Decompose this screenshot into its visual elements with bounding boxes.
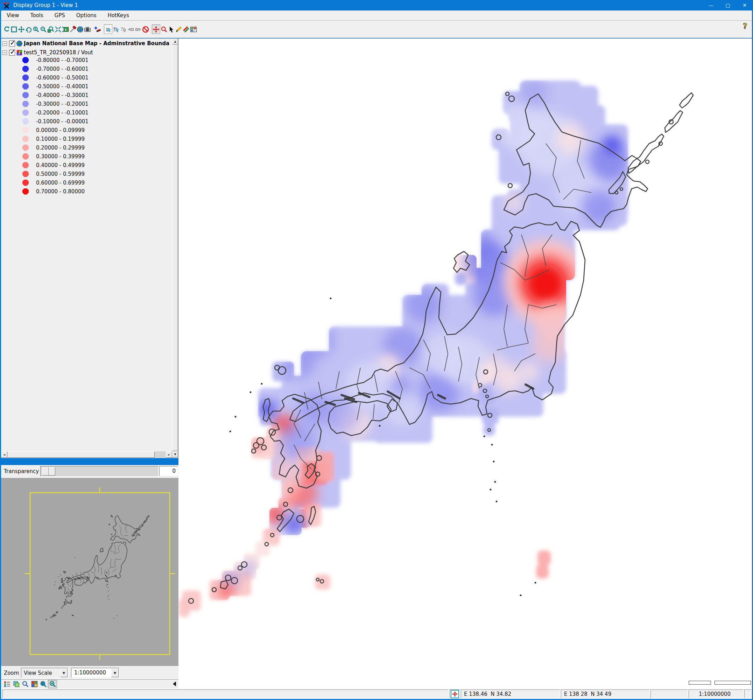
select-one-icon[interactable]: 1: [104, 25, 112, 34]
svg-text:1: 1: [106, 27, 109, 32]
layer-label: test5_TR_20250918 / Vout: [24, 49, 93, 56]
pointer-tool-icon[interactable]: [168, 25, 175, 34]
layer-nav-icon[interactable]: [62, 25, 69, 34]
zoom-box-icon[interactable]: [160, 25, 168, 34]
redraw-icon[interactable]: [3, 25, 10, 34]
legend-color-swatch: [22, 92, 29, 98]
legend-range-label: -0.60000 - -0.50001: [36, 75, 89, 81]
zoom-out-icon[interactable]: [39, 25, 47, 34]
legend-entry: 0.60000 - 0.69999: [1, 178, 169, 187]
vscroll-thumb[interactable]: [172, 45, 178, 451]
group-settings-icon[interactable]: [30, 680, 39, 688]
legend-entry: -0.40000 - -0.30001: [1, 91, 169, 100]
view-hscroll-segment[interactable]: [714, 681, 751, 684]
view-options-toolbar: [1, 679, 178, 688]
menu-item[interactable]: Tools: [25, 11, 49, 20]
legend-toggle-icon[interactable]: [2, 680, 12, 688]
legend-entry: 0.30000 - 0.39999: [1, 152, 169, 161]
transparency-row: Transparency 0: [1, 465, 178, 478]
legend-color-swatch: [22, 188, 29, 195]
menu-item[interactable]: GPS: [49, 11, 71, 20]
menu-bar: ViewToolsGPSOptionsHotKeys: [1, 11, 752, 21]
previous-element-icon[interactable]: [127, 25, 134, 34]
zoom-world-icon[interactable]: [39, 680, 48, 688]
panel-collapse-icon[interactable]: [173, 681, 176, 686]
pan-view-icon[interactable]: [17, 25, 25, 34]
overview-map[interactable]: [1, 478, 178, 666]
georef-tool-icon[interactable]: [190, 25, 197, 34]
zoom-in-icon[interactable]: [32, 25, 39, 34]
sketch-tool-icon[interactable]: [175, 25, 182, 34]
legend-entry: -0.70000 - -0.60001: [1, 64, 169, 73]
pan-tool-icon[interactable]: [152, 25, 160, 34]
legend-entry: -0.60000 - -0.50001: [1, 73, 169, 82]
menu-item[interactable]: Options: [71, 11, 102, 20]
legend-color-swatch: [22, 180, 29, 186]
previous-view-icon[interactable]: [25, 25, 32, 34]
legend-color-swatch: [22, 57, 29, 63]
layer-checkbox[interactable]: ✓: [9, 41, 15, 47]
legend-color-swatch: [22, 162, 29, 169]
layer-legend-panel: −✓Japan National Base Map - Adminstrativ…: [1, 39, 178, 458]
legend-hscrollbar[interactable]: ◄ ►: [1, 452, 172, 458]
window-title: Display Group 1 - View 1: [13, 2, 78, 8]
help-icon[interactable]: ?: [741, 22, 750, 30]
chevron-down-icon[interactable]: ▼: [111, 669, 118, 677]
zoom-extents-icon[interactable]: [47, 25, 54, 34]
deselect-icon[interactable]: [142, 25, 149, 34]
legend-color-swatch: [22, 66, 29, 72]
hscroll-thumb[interactable]: [8, 452, 155, 458]
status-scale: 1:10000000: [689, 689, 743, 698]
view-hscroll-segment[interactable]: [689, 681, 711, 684]
next-element-icon[interactable]: [134, 25, 142, 34]
magnifier-icon[interactable]: [21, 680, 30, 688]
tree-collapse-icon[interactable]: −: [2, 50, 7, 55]
maximize-button[interactable]: ▢: [719, 0, 736, 11]
select-query-icon[interactable]: ?: [120, 25, 127, 34]
scroll-left-icon[interactable]: ◄: [1, 452, 7, 458]
legend-range-label: 0.20000 - 0.29999: [36, 145, 85, 151]
transparency-slider[interactable]: [40, 466, 159, 477]
scroll-right-icon[interactable]: ►: [166, 452, 172, 458]
minimize-button[interactable]: —: [703, 0, 719, 11]
scroll-up-icon[interactable]: ▲: [172, 39, 178, 44]
zoom-plus-icon[interactable]: [48, 680, 57, 688]
layer-row[interactable]: −✓Japan National Base Map - Adminstrativ…: [2, 39, 169, 48]
chevron-down-icon[interactable]: ▼: [60, 669, 67, 677]
map-view[interactable]: [178, 39, 752, 688]
globe-icon[interactable]: [76, 25, 84, 34]
legend-entry: 0.70000 - 0.80000: [1, 187, 169, 196]
legend-color-swatch: [22, 171, 29, 177]
layer-checkbox[interactable]: ✓: [9, 50, 15, 56]
tree-collapse-icon[interactable]: −: [2, 41, 7, 46]
full-view-icon[interactable]: [10, 25, 17, 34]
svg-text:?: ?: [121, 26, 123, 31]
legend-range-label: -0.70000 - -0.60001: [36, 66, 89, 72]
add-layer-icon[interactable]: [94, 25, 101, 34]
legend-range-label: -0.80000 - -0.70001: [36, 57, 89, 63]
scroll-down-icon[interactable]: ▼: [172, 452, 178, 457]
measure-tool-icon[interactable]: [182, 25, 190, 34]
title-bar: Display Group 1 - View 1 — ▢ ✕: [0, 0, 753, 11]
raster-layer-icon: [16, 49, 23, 56]
zoom-scale-select[interactable]: 1:10000000 ▼: [71, 668, 119, 678]
application-window: { "window": { "title": "Display Group 1 …: [0, 0, 753, 700]
layer-label: Japan National Base Map - Adminstrative …: [24, 40, 169, 47]
status-coord-decimal: E 138.46 N 34.82: [461, 689, 560, 698]
menu-item[interactable]: HotKeys: [102, 11, 135, 20]
zoom-scale-value: 1:10000000: [72, 669, 111, 677]
svg-text:?: ?: [743, 22, 747, 30]
transparency-slider-thumb[interactable]: [42, 467, 55, 475]
zoom-controls-row: Zoom View Scale ▼ 1:10000000 ▼: [1, 666, 178, 679]
transparency-value[interactable]: 0: [159, 466, 178, 476]
legend-color-swatch: [22, 101, 29, 107]
layer-manager-icon[interactable]: [12, 680, 21, 688]
zoom-mode-select[interactable]: View Scale ▼: [21, 668, 68, 678]
close-button[interactable]: ✕: [736, 0, 753, 11]
legend-vscrollbar[interactable]: ▲ ▼: [172, 39, 178, 458]
select-plusminus-icon[interactable]: +-: [112, 25, 120, 34]
menu-item[interactable]: View: [1, 11, 25, 20]
tool-locator-icon[interactable]: [69, 25, 76, 34]
snapshot-icon[interactable]: [84, 25, 91, 34]
zoom-actual-icon[interactable]: [54, 25, 62, 34]
